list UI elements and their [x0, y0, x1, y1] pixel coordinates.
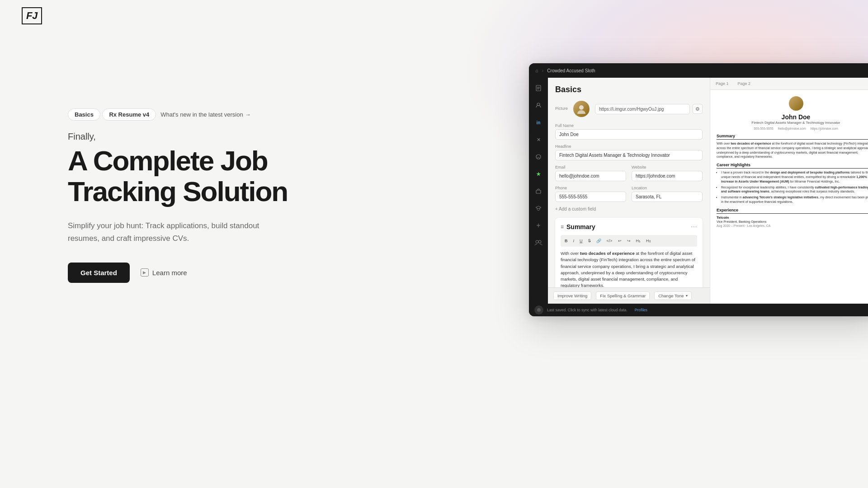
toolbar-underline[interactable]: U [578, 238, 584, 244]
separator-icon: › [542, 68, 544, 73]
sidebar-icon-github[interactable] [533, 152, 543, 162]
change-tone-button[interactable]: Change Tone ▾ [654, 291, 691, 300]
summary-header: ≡ Summary ⋯ [561, 223, 697, 230]
add-custom-field-button[interactable]: + Add a custom field [555, 206, 703, 211]
app-content: in ✕ ★ [529, 78, 868, 304]
toolbar-strikethrough[interactable]: S̶ [587, 238, 592, 244]
resume-preview-panel: Page 1 Page 2 John Doe Fintech Digital A… [710, 78, 868, 304]
finally-text: Finally, [68, 131, 339, 142]
profiles-section-link[interactable]: Profiles [635, 308, 647, 312]
whats-new-link[interactable]: What's new in the latest version → [160, 111, 250, 118]
phone-input[interactable]: 555-555-5555 [555, 192, 626, 202]
toolbar-h1[interactable]: H₁ [635, 238, 642, 244]
full-name-field: Full Name John Doe [555, 123, 703, 140]
highlight-item-2: Recognized for exceptional leadership ab… [721, 185, 868, 194]
highlight-item-1: I have a proven track record in the desi… [721, 170, 868, 183]
form-area: Basics Picture https [548, 78, 710, 287]
email-website-row: Email hello@johndoe.com Website https://… [555, 165, 703, 181]
text-toolbar: B I U S̶ 🔗 </> ↩ ↪ H₁ H₂ [561, 235, 697, 247]
location-label: Location [632, 186, 703, 190]
sidebar-icon-document[interactable] [533, 83, 543, 93]
picture-settings-button[interactable]: ⚙ [693, 104, 703, 114]
toolbar-bold[interactable]: B [563, 238, 569, 244]
preview-page-header: Page 1 Page 2 [710, 78, 868, 90]
email-label: Email [555, 165, 626, 169]
resume-experience-heading: Experience [717, 208, 868, 214]
website-field: Website https://johndoe.com [632, 165, 703, 181]
resume-highlights-list: I have a proven track record in the desi… [717, 170, 868, 204]
headline-field: Headline Fintech Digital Assets Manager … [555, 144, 703, 160]
app-main-form: Basics Picture https [548, 78, 710, 304]
svg-point-10 [537, 308, 541, 312]
exp-dates: Aug 2020 – Present · Los Angeles, CA [717, 224, 868, 227]
summary-title: ≡ Summary [561, 223, 595, 230]
full-name-label: Full Name [555, 123, 703, 128]
cta-group: Get Started ▶ Learn more [68, 263, 339, 283]
toolbar-code[interactable]: </> [605, 238, 614, 244]
version-pill: Rx Resume v4 [102, 108, 156, 121]
topbar-path: Crowded Accused Sloth [547, 68, 595, 73]
exp-company: Telcoin [717, 216, 868, 220]
summary-label: Summary [566, 223, 595, 230]
learn-more-label: Learn more [152, 269, 187, 277]
sidebar-icon-linkedin[interactable]: in [533, 117, 543, 127]
hero-title: A Complete Job Tracking Solution [68, 145, 339, 207]
svg-point-5 [536, 155, 541, 159]
sidebar-icon-add[interactable]: + [533, 221, 543, 230]
toolbar-link[interactable]: 🔗 [595, 238, 603, 244]
picture-url-input[interactable]: https://i.imgur.com/HgwyOuJ.jpg [595, 104, 690, 114]
app-sidebar: in ✕ ★ [529, 78, 548, 304]
sidebar-icon-user[interactable] [533, 100, 543, 110]
resume-contact: 555-555-5555 hello@johndoe.com https://j… [717, 127, 868, 130]
change-tone-chevron: ▾ [686, 294, 688, 298]
summary-menu-icon[interactable]: ⋯ [691, 223, 697, 230]
basics-section-title: Basics [555, 85, 703, 94]
sidebar-icon-avatar-group[interactable] [533, 238, 543, 248]
resume-summary-heading: Summary [717, 134, 868, 140]
svg-point-8 [538, 240, 541, 243]
summary-body-text: With over two decades of experience at t… [561, 250, 697, 287]
toolbar-redo[interactable]: ↪ [626, 238, 632, 244]
sidebar-icon-experience[interactable] [533, 186, 543, 196]
learn-more-button[interactable]: ▶ Learn more [141, 268, 187, 277]
location-input[interactable]: Sarasota, FL [632, 192, 703, 202]
sidebar-icon-twitter[interactable]: ✕ [533, 135, 543, 145]
fix-grammar-button[interactable]: Fix Spelling & Grammar [596, 291, 650, 300]
full-name-input[interactable]: John Doe [555, 129, 703, 140]
toolbar-undo[interactable]: ↩ [617, 238, 623, 244]
website-input[interactable]: https://johndoe.com [632, 171, 703, 181]
resume-contact-email: hello@johndoe.com [778, 127, 806, 130]
version-badge-row2: Rx Resume v4 What's new in the latest ve… [102, 108, 250, 121]
navbar: FJ [0, 0, 868, 32]
version-badge-row: Basics [68, 108, 100, 121]
app-status-bar: Last saved. Click to sync with latest cl… [529, 304, 868, 316]
picture-label: Picture [555, 106, 568, 111]
app-bottom-bar: Improve Writing Fix Spelling & Grammar C… [548, 287, 710, 304]
picture-input-row: https://i.imgur.com/HgwyOuJ.jpg ⚙ [595, 104, 703, 114]
svg-rect-6 [536, 190, 541, 193]
resume-summary-text: With over two decades of experience at t… [717, 141, 868, 159]
phone-field: Phone 555-555-5555 [555, 186, 626, 202]
status-indicator [534, 305, 543, 314]
sidebar-icon-skills[interactable]: ★ [533, 169, 543, 179]
toolbar-italic[interactable]: I [572, 238, 576, 244]
page2-label: Page 2 [738, 81, 751, 86]
hero-title-line1: A Complete Job [68, 145, 268, 176]
headline-input[interactable]: Fintech Digital Assets Manager & Technol… [555, 150, 703, 160]
play-icon: ▶ [141, 268, 149, 277]
resume-contact-phone: 555-555-5555 [754, 127, 774, 130]
phone-label: Phone [555, 186, 626, 190]
toolbar-h2[interactable]: H₂ [645, 238, 652, 244]
improve-writing-button[interactable]: Improve Writing [553, 291, 591, 300]
hero-subtitle: Simplify your job hunt: Track applicatio… [68, 220, 285, 244]
email-input[interactable]: hello@johndoe.com [555, 171, 626, 181]
location-field: Location Sarasota, FL [632, 186, 703, 202]
phone-location-row: Phone 555-555-5555 Location Sarasota, FL [555, 186, 703, 202]
summary-icon: ≡ [561, 224, 564, 230]
website-label: Website [632, 165, 703, 169]
app-mockup: ⌂ › Crowded Accused Sloth [529, 63, 868, 316]
email-field: Email hello@johndoe.com [555, 165, 626, 181]
logo[interactable]: FJ [22, 7, 42, 24]
sidebar-icon-education[interactable] [533, 203, 543, 213]
get-started-button[interactable]: Get Started [68, 263, 130, 283]
